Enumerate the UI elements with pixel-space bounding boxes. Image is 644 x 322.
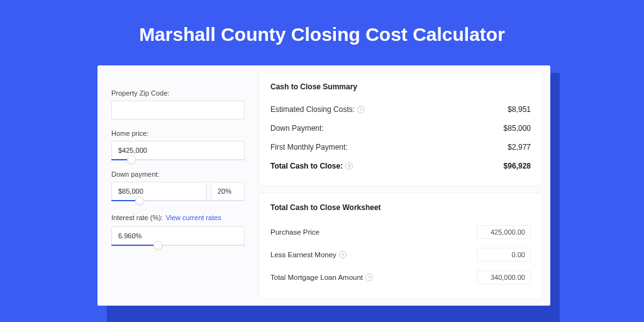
down-payment-label: Down payment: [111, 170, 245, 178]
down-payment-input[interactable] [111, 182, 207, 201]
summary-row: Down Payment: $85,000 [270, 119, 531, 138]
down-payment-field: Down payment: [111, 170, 245, 201]
summary-row-value: $85,000 [504, 124, 531, 133]
interest-rate-field: Interest rate (%): View current rates [111, 211, 245, 246]
interest-rate-slider[interactable] [111, 245, 245, 246]
summary-panel: Cash to Close Summary Estimated Closing … [258, 72, 543, 186]
summary-row-label: First Monthly Payment: [270, 143, 348, 152]
worksheet-row-value: 340,000.00 [477, 270, 531, 284]
view-rates-link[interactable]: View current rates [165, 214, 221, 221]
slider-thumb[interactable] [135, 196, 144, 205]
worksheet-row: Total Mortgage Loan Amount ? 340,000.00 [270, 266, 531, 289]
summary-row-value: $8,951 [508, 105, 531, 114]
page-title: Marshall County Closing Cost Calculator [0, 0, 644, 63]
worksheet-row-label: Purchase Price [270, 228, 319, 236]
home-price-slider[interactable] [111, 159, 245, 160]
worksheet-row: Less Earnest Money ? 0.00 [270, 243, 531, 266]
home-price-label: Home price: [111, 130, 245, 137]
home-price-field: Home price: [111, 130, 245, 160]
help-icon[interactable]: ? [365, 274, 373, 281]
worksheet-row-label: Total Mortgage Loan Amount [270, 274, 363, 281]
summary-total-value: $96,928 [504, 162, 531, 170]
help-icon[interactable]: ? [345, 162, 353, 170]
worksheet-row-label: Less Earnest Money [270, 251, 336, 258]
help-icon[interactable]: ? [339, 251, 347, 258]
down-payment-pct-input[interactable] [211, 182, 245, 201]
slider-thumb[interactable] [153, 241, 162, 250]
interest-rate-label: Interest rate (%): [111, 214, 163, 221]
worksheet-row: Purchase Price 425,000.00 [270, 221, 531, 243]
results-column: Cash to Close Summary Estimated Closing … [258, 72, 543, 299]
slider-thumb[interactable] [127, 155, 136, 164]
summary-title: Cash to Close Summary [270, 82, 531, 91]
interest-rate-input[interactable] [111, 226, 245, 245]
worksheet-title: Total Cash to Close Worksheet [270, 203, 531, 212]
zip-input[interactable] [111, 101, 245, 119]
summary-row: Estimated Closing Costs: ? $8,951 [270, 100, 531, 119]
zip-label: Property Zip Code: [111, 89, 245, 97]
slider-fill [111, 245, 158, 246]
calculator-card: Property Zip Code: Home price: Down paym… [97, 65, 550, 306]
worksheet-row-value: 0.00 [477, 248, 531, 262]
summary-row-label: Down Payment: [270, 124, 324, 133]
worksheet-row-value: 425,000.00 [477, 225, 531, 239]
inputs-column: Property Zip Code: Home price: Down paym… [105, 72, 251, 299]
summary-row-value: $2,977 [508, 143, 531, 152]
worksheet-panel: Total Cash to Close Worksheet Purchase P… [258, 192, 543, 299]
summary-total-label: Total Cash to Close: [270, 162, 343, 170]
summary-row: First Monthly Payment: $2,977 [270, 138, 531, 157]
summary-total-row: Total Cash to Close: ? $96,928 [270, 157, 531, 175]
down-payment-slider[interactable] [111, 200, 245, 201]
help-icon[interactable]: ? [357, 106, 365, 113]
zip-field: Property Zip Code: [111, 89, 245, 119]
summary-row-label: Estimated Closing Costs: [270, 105, 355, 114]
